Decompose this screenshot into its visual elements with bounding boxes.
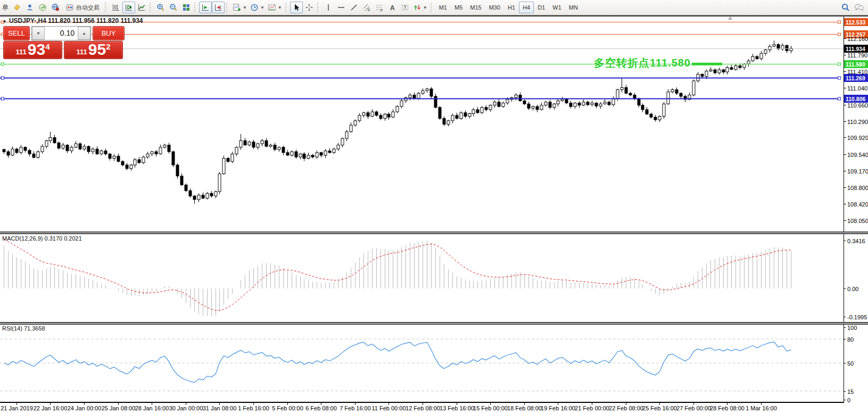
candle	[421, 90, 424, 93]
time-axis-label: 11 Feb 00:00	[371, 405, 406, 411]
timeframe-bar: M1M5M15M30H1H4D1W1MN	[435, 2, 582, 13]
candle	[460, 113, 462, 119]
candle	[447, 121, 450, 125]
volume-decrease-button[interactable]: ▼	[32, 27, 45, 40]
candle	[142, 157, 145, 163]
bar-chart-button[interactable]	[110, 2, 122, 13]
timeframe-m15[interactable]: M15	[466, 2, 485, 13]
vertical-line-button[interactable]	[322, 2, 335, 13]
turning-point-annotation[interactable]: 多空转折点111.580	[575, 56, 691, 70]
trendline-button[interactable]	[348, 2, 360, 13]
buy-price-display[interactable]: 111 95 2	[64, 41, 123, 59]
timeframe-m1[interactable]: M1	[435, 2, 451, 13]
search-button[interactable]	[839, 2, 852, 13]
signals-button[interactable]	[36, 2, 49, 13]
zoom-out-button[interactable]	[167, 2, 180, 13]
line-handle[interactable]	[2, 77, 4, 79]
candle	[261, 141, 263, 144]
chat-button[interactable]	[852, 2, 866, 13]
time-axis-label: 15 Feb 00:00	[473, 405, 508, 411]
auto-scroll-button[interactable]	[199, 2, 212, 13]
line-handle[interactable]	[838, 77, 841, 79]
candlestick-chart-button[interactable]	[122, 2, 135, 13]
line-handle[interactable]	[2, 63, 4, 65]
cursor-button[interactable]	[290, 2, 303, 13]
candle	[747, 61, 750, 64]
panel-toggle-icon[interactable]: ▲	[2, 18, 7, 23]
community-button[interactable]	[23, 2, 36, 13]
chart-shift-marker[interactable]	[728, 16, 732, 20]
timeframe-m30[interactable]: M30	[485, 2, 504, 13]
pane-splitter-macd[interactable]	[0, 232, 868, 234]
time-axis-label: 1 Mar 16:00	[746, 405, 777, 411]
time-axis-label: 24 Jan 00:00	[68, 405, 102, 411]
timeframe-m5[interactable]: M5	[451, 2, 466, 13]
candle	[629, 93, 632, 95]
orders-label[interactable]: 单	[2, 3, 9, 12]
price-axis-label: 110.660	[847, 102, 868, 109]
candle	[79, 144, 81, 149]
buy-button[interactable]: BUY	[93, 26, 125, 40]
candle	[730, 68, 733, 69]
timeframe-w1[interactable]: W1	[549, 2, 565, 13]
candle	[62, 145, 64, 148]
toolbar-grip	[285, 3, 287, 12]
candle	[11, 149, 14, 155]
toolbar-grip	[226, 3, 228, 12]
timeframe-h4[interactable]: H4	[519, 2, 534, 13]
line-handle[interactable]	[838, 63, 841, 65]
templates-button[interactable]: ▼	[266, 2, 284, 13]
signal-icon	[38, 3, 47, 12]
candle	[41, 146, 44, 152]
new-order-button[interactable]	[11, 2, 23, 13]
svg-text:T: T	[403, 5, 407, 10]
text-button[interactable]: A	[386, 2, 399, 13]
chart-shift-icon	[214, 3, 222, 12]
time-axis-line[interactable]	[0, 402, 844, 403]
pane-splitter-rsi[interactable]	[0, 322, 868, 325]
market-button[interactable]	[49, 2, 62, 13]
candle	[658, 117, 661, 120]
text-label-button[interactable]: T	[399, 2, 411, 13]
tile-windows-button[interactable]	[180, 2, 193, 13]
timeframe-mn[interactable]: MN	[565, 2, 582, 13]
price-badge-label: 111.580	[846, 61, 865, 68]
candle	[675, 90, 678, 94]
turning-point-segment[interactable]	[692, 63, 722, 65]
fibonacci-button[interactable]: F	[373, 2, 386, 13]
crosshair-button[interactable]	[303, 2, 316, 13]
arrows-button[interactable]: ▼	[411, 2, 429, 13]
chart-shift-button[interactable]	[212, 2, 225, 13]
volume-value[interactable]: 0.10	[45, 27, 78, 40]
rsi-axis-label: 50	[847, 360, 854, 367]
candle	[113, 156, 115, 158]
candle	[638, 98, 640, 105]
new-chart-button[interactable]: ▼	[231, 2, 249, 13]
sell-button[interactable]: SELL	[3, 26, 30, 40]
periods-button[interactable]: ▼	[249, 2, 266, 13]
timeframe-d1[interactable]: D1	[534, 2, 549, 13]
autotrade-button[interactable]: 自动交易	[62, 2, 103, 13]
candle	[523, 101, 526, 104]
volume-increase-button[interactable]: ▲	[78, 27, 90, 40]
timeframe-h1[interactable]: H1	[504, 2, 519, 13]
chart-canvas[interactable]: 112.533112.257111.934111.580111.269110.8…	[0, 0, 868, 413]
horizontal-line-button[interactable]	[335, 2, 348, 13]
candle	[608, 102, 610, 105]
zoom-in-button[interactable]	[154, 2, 167, 13]
line-handle[interactable]	[838, 97, 841, 100]
line-handle[interactable]	[2, 97, 4, 100]
line-handle[interactable]	[838, 21, 841, 23]
line-handle[interactable]	[838, 33, 841, 36]
candle	[714, 70, 716, 73]
candle	[222, 159, 225, 174]
candle	[498, 102, 500, 106]
horizontal-line-icon	[337, 3, 345, 12]
candle	[235, 147, 238, 154]
sell-price-display[interactable]: 111 93 4	[3, 41, 62, 59]
price-axis-label: 112.160	[847, 36, 868, 42]
time-axis-label: 7 Feb 16:00	[340, 405, 371, 411]
line-chart-button[interactable]	[135, 2, 148, 13]
candle	[527, 104, 530, 108]
equidistant-channel-button[interactable]: E	[360, 2, 373, 13]
